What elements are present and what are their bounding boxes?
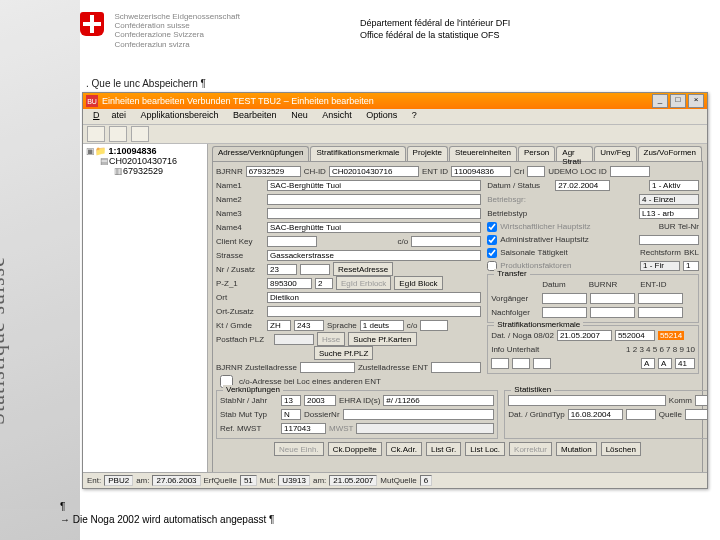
field-iu1[interactable]: [491, 358, 509, 369]
field-stabjahr[interactable]: [304, 395, 336, 406]
field-sprache[interactable]: [360, 320, 404, 331]
btn-reset-adresse[interactable]: ResetAdresse: [333, 262, 393, 276]
tab-adresse[interactable]: Adresse/Verknüpfungen: [212, 146, 309, 161]
tab-unv[interactable]: Unv/Feg: [594, 146, 636, 161]
field-name2[interactable]: [267, 194, 481, 205]
field-stabnr[interactable]: [281, 395, 301, 406]
field-ortz[interactable]: [267, 306, 481, 317]
btn-list-gr[interactable]: List Gr.: [426, 442, 461, 456]
field-name1[interactable]: [267, 180, 481, 191]
menu-neu[interactable]: Neu: [285, 109, 314, 121]
field-gruend-d[interactable]: [568, 409, 623, 420]
chk-st[interactable]: [487, 248, 497, 258]
field-pplz[interactable]: [274, 334, 314, 345]
field-clientkey[interactable]: [267, 236, 317, 247]
field-nf-d[interactable]: [542, 307, 587, 318]
toolbar-btn-1[interactable]: [87, 126, 105, 142]
status-eq: 51: [240, 475, 257, 486]
field-pz2[interactable]: [315, 278, 333, 289]
field-datum[interactable]: [555, 180, 610, 191]
tab-agr[interactable]: Agr Strati: [556, 146, 593, 161]
tree-node-ch[interactable]: ▤CH02010430716: [85, 156, 205, 166]
menu-datei[interactable]: Datei: [87, 109, 132, 121]
field-vg-d[interactable]: [542, 293, 587, 304]
field-bza[interactable]: [300, 362, 355, 373]
field-nr[interactable]: [267, 264, 297, 275]
field-name4[interactable]: [267, 222, 481, 233]
tab-bar: Adresse/Verknüpfungen Stratifikationsmer…: [212, 146, 703, 161]
field-nf-b[interactable]: [590, 307, 635, 318]
toolbar-btn-2[interactable]: [109, 126, 127, 142]
btn-neue-einh[interactable]: Neue Einh.: [274, 442, 324, 456]
btn-suche-pfkarten[interactable]: Suche Pf.Karten: [348, 332, 416, 346]
field-iu3[interactable]: [533, 358, 551, 369]
tree-node-sel[interactable]: ▥67932529: [85, 166, 205, 176]
field-quelle[interactable]: [685, 409, 707, 420]
field-gruend-t[interactable]: [626, 409, 656, 420]
menu-ansicht[interactable]: Ansicht: [316, 109, 358, 121]
field-datnoga-d[interactable]: [557, 330, 612, 341]
btn-suche-pfplz[interactable]: Suche Pf.PLZ: [314, 346, 373, 360]
close-button[interactable]: ×: [688, 94, 704, 108]
field-vg-e[interactable]: [638, 293, 683, 304]
tab-strat[interactable]: Stratifikationsmerkmale: [310, 146, 405, 161]
field-dossier[interactable]: [343, 409, 495, 420]
btn-list-loc[interactable]: List Loc.: [465, 442, 505, 456]
tab-person[interactable]: Person: [518, 146, 555, 161]
chk-wh[interactable]: [487, 222, 497, 232]
field-strasse[interactable]: [267, 250, 481, 261]
field-datnoga-v[interactable]: [615, 330, 655, 341]
toolbar-btn-3[interactable]: [131, 126, 149, 142]
field-zusatz[interactable]: [300, 264, 330, 275]
menu-options[interactable]: Options: [360, 109, 403, 121]
field-chid[interactable]: [329, 166, 419, 177]
field-bjrnr[interactable]: [246, 166, 301, 177]
field-ehra[interactable]: [383, 395, 494, 406]
btn-ck-doppelte[interactable]: Ck.Doppelte: [328, 442, 382, 456]
field-cri[interactable]: [527, 166, 545, 177]
field-pz1[interactable]: [267, 278, 312, 289]
field-telnr[interactable]: [639, 235, 699, 245]
tab-steuer[interactable]: Steuereinheiten: [449, 146, 517, 161]
field-name3[interactable]: [267, 208, 481, 219]
field-iub[interactable]: [658, 358, 672, 369]
field-udemo[interactable]: [610, 166, 650, 177]
field-smt[interactable]: [281, 409, 301, 420]
menu-bearbeiten[interactable]: Bearbeiten: [227, 109, 283, 121]
field-komm[interactable]: [695, 395, 707, 406]
tree-root[interactable]: ▣📁 1:10094836: [85, 146, 205, 156]
lbl-datnoga: Dat. / Noga 08/02: [491, 331, 554, 340]
menu-appbereich[interactable]: Applikationsbereich: [135, 109, 225, 121]
field-vg-b[interactable]: [590, 293, 635, 304]
field-kt[interactable]: [267, 320, 291, 331]
btn-hsse: Hsse: [317, 332, 345, 346]
field-iua[interactable]: [641, 358, 655, 369]
field-betriebstyp[interactable]: [639, 208, 699, 219]
btn-korrektur[interactable]: Korrektur: [509, 442, 552, 456]
field-gmde[interactable]: [294, 320, 324, 331]
maximize-button[interactable]: □: [670, 94, 686, 108]
field-co2[interactable]: [420, 320, 448, 331]
field-statistiken[interactable]: [508, 395, 665, 406]
btn-mutation[interactable]: Mutation: [556, 442, 597, 456]
field-ort[interactable]: [267, 292, 481, 303]
field-iu2[interactable]: [512, 358, 530, 369]
tab-zus[interactable]: Zus/VoFormen: [638, 146, 702, 161]
field-pfn[interactable]: [683, 261, 699, 271]
menu-help[interactable]: ?: [406, 109, 423, 121]
minimize-button[interactable]: _: [652, 94, 668, 108]
field-iuc[interactable]: [675, 358, 695, 369]
chk-ah[interactable]: [487, 235, 497, 245]
tab-projekte[interactable]: Projekte: [407, 146, 448, 161]
menubar[interactable]: Datei Applikationsbereich Bearbeiten Neu…: [83, 109, 707, 125]
field-entid[interactable]: [451, 166, 511, 177]
btn-ck-adr[interactable]: Ck.Adr.: [386, 442, 422, 456]
field-co[interactable]: [411, 236, 481, 247]
field-nf-e[interactable]: [638, 307, 683, 318]
field-zent[interactable]: [431, 362, 481, 373]
field-status[interactable]: [649, 180, 699, 191]
btn-loeschen[interactable]: Löschen: [601, 442, 641, 456]
field-refmwst[interactable]: [281, 423, 326, 434]
tree-panel[interactable]: ▣📁 1:10094836 ▤CH02010430716 ▥67932529: [83, 144, 208, 475]
btn-eglcblock[interactable]: EgId Block: [394, 276, 442, 290]
